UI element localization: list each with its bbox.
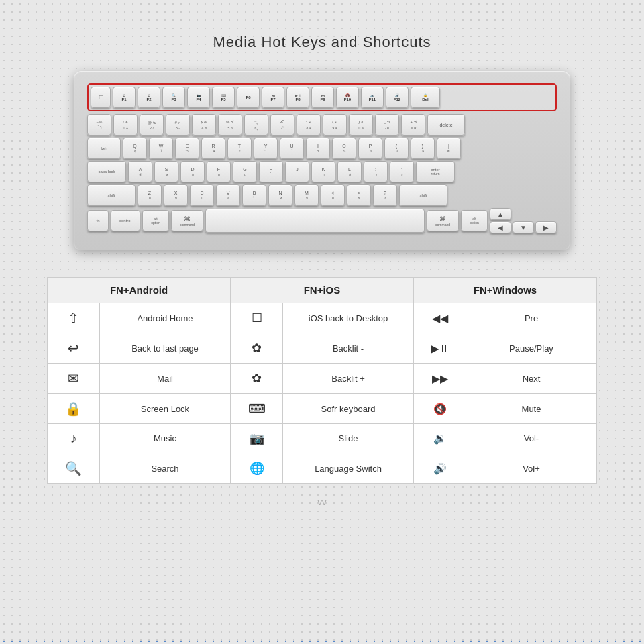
windows-icon-cell: 🔇	[414, 394, 466, 424]
key-f4[interactable]: 📷F4	[187, 87, 210, 108]
key-esc[interactable]: ☐	[91, 87, 111, 108]
key-y[interactable]: Yั	[254, 138, 278, 159]
key-2[interactable]: @ ๒2 /	[140, 114, 164, 136]
key-f[interactable]: Fด	[207, 161, 231, 182]
key-minus[interactable]: _ ข- ข	[375, 114, 399, 136]
key-r[interactable]: Rพ	[201, 138, 225, 159]
key-x[interactable]: Xป	[164, 184, 188, 206]
key-fn[interactable]: fn	[87, 210, 109, 231]
shortcut-section: FN+Android FN+iOS FN+Windows ⇧Android Ho…	[47, 277, 597, 484]
key-f2[interactable]: ✿F2	[138, 87, 160, 108]
windows-icon-cell: 🔊	[414, 453, 466, 484]
key-f11[interactable]: 🔉F11	[361, 87, 384, 108]
key-comma[interactable]: <ฝ	[321, 184, 345, 206]
key-4[interactable]: $ ๔4 ภ	[192, 114, 216, 136]
key-semicolon[interactable]: :ว	[364, 161, 388, 182]
key-c[interactable]: Cแ	[190, 184, 214, 206]
key-shift-left[interactable]: shift	[87, 184, 136, 206]
key-ctrl[interactable]: control	[111, 210, 140, 231]
key-n[interactable]: Nท	[268, 184, 292, 206]
key-del[interactable]: 🔒Del	[411, 87, 440, 108]
key-arrow-up[interactable]: ▲	[490, 208, 511, 220]
key-backslash[interactable]: |ฃ	[437, 138, 461, 159]
key-6[interactable]: ^ ุ6 ุ	[244, 114, 268, 136]
key-p[interactable]: Pย	[358, 138, 382, 159]
key-f8[interactable]: ▶⏸F8	[286, 87, 309, 108]
keyboard: ☐ ✿F1 ✿F2 🔍F3 📷F4 ⌨F5 F6 ⏮F7 ▶⏸F8 ⏭F9 🔇F…	[74, 71, 570, 250]
key-f1[interactable]: ✿F1	[113, 87, 136, 108]
key-backspace[interactable]: delete	[427, 114, 465, 136]
key-3[interactable]: # ๓3 -	[166, 114, 190, 136]
key-slash[interactable]: ?ฦ	[373, 184, 397, 206]
key-l[interactable]: Lส	[337, 161, 362, 182]
key-i[interactable]: Iร	[306, 138, 330, 159]
key-caps[interactable]: caps lock	[87, 161, 126, 182]
key-a[interactable]: Aฟ	[128, 161, 152, 182]
key-q[interactable]: Qๆ	[123, 138, 147, 159]
key-f5[interactable]: ⌨F5	[212, 87, 235, 108]
header-ios: FN+iOS	[231, 278, 414, 303]
key-w[interactable]: Wไ	[149, 138, 173, 159]
key-m[interactable]: Mม	[294, 184, 319, 206]
key-b[interactable]: Bิ	[242, 184, 266, 206]
key-t[interactable]: Tะ	[227, 138, 252, 159]
key-option-left[interactable]: altoption	[142, 210, 169, 231]
key-o[interactable]: Oน	[332, 138, 356, 159]
ios-label-cell: Backlit -	[283, 333, 414, 364]
zxcv-row: shift Zผ Xป Cแ Vอ Bิ Nท Mม <ฝ >ฬ ?ฦ shif…	[87, 184, 557, 206]
table-row: ⇧Android Home☐iOS back to Desktop◀◀Pre	[48, 303, 597, 333]
key-arrow-left[interactable]: ◀	[490, 221, 511, 233]
key-arrow-right[interactable]: ▶	[535, 221, 557, 233]
key-k[interactable]: Kา	[311, 161, 335, 182]
android-icon-cell: 🔒	[48, 394, 100, 424]
key-arrow-down[interactable]: ▼	[513, 221, 534, 233]
key-period[interactable]: >ฬ	[347, 184, 371, 206]
key-1[interactable]: ! ๑1 ๑	[113, 114, 138, 136]
ios-label-cell: Backlit +	[283, 364, 414, 394]
key-quote[interactable]: "ง	[390, 161, 414, 182]
key-8[interactable]: * ค8 ค	[297, 114, 321, 136]
key-f6[interactable]: F6	[237, 87, 260, 108]
key-tab[interactable]: tab	[87, 138, 121, 159]
keyboard-container: ☐ ✿F1 ✿F2 🔍F3 📷F4 ⌨F5 F6 ⏮F7 ▶⏸F8 ⏭F9 🔇F…	[0, 71, 644, 250]
key-h[interactable]: H้	[259, 161, 283, 182]
key-space[interactable]	[205, 209, 425, 233]
key-e[interactable]: Eำ	[175, 138, 199, 159]
key-f7[interactable]: ⏮F7	[262, 87, 284, 108]
android-label-cell: Music	[100, 424, 231, 453]
asdf-row: caps lock Aฟ Sห Dก Fด Gเ H้ J่ Kา Lส :ว …	[87, 161, 557, 182]
android-label-cell: Back to last page	[100, 333, 231, 364]
key-7[interactable]: & ึ7 ึ	[270, 114, 294, 136]
key-9[interactable]: ( ต9 ต	[323, 114, 347, 136]
key-z[interactable]: Zผ	[138, 184, 162, 206]
vv-label: vv	[0, 497, 644, 507]
key-cmd-right[interactable]: ⌘command	[427, 210, 459, 231]
key-f10[interactable]: 🔇F10	[336, 87, 359, 108]
key-d[interactable]: Dก	[180, 161, 205, 182]
ios-label-cell: iOS back to Desktop	[283, 303, 414, 333]
key-f3[interactable]: 🔍F3	[162, 87, 185, 108]
key-g[interactable]: Gเ	[233, 161, 257, 182]
table-row: 🔒Screen Lock⌨Sofr keyboard🔇Mute	[48, 394, 597, 424]
key-lbracket[interactable]: {บ	[384, 138, 409, 159]
key-f9[interactable]: ⏭F9	[311, 87, 334, 108]
key-0[interactable]: ) จ0 จ	[349, 114, 373, 136]
key-cmd-left[interactable]: ⌘command	[171, 210, 203, 231]
key-f12[interactable]: 🔊F12	[386, 87, 409, 108]
key-shift-right[interactable]: shift	[399, 184, 447, 206]
arrow-cluster: ▲ ◀ ▼ ▶	[490, 208, 557, 233]
key-rbracket[interactable]: }ล	[411, 138, 435, 159]
android-icon-cell: ↩	[48, 333, 100, 364]
windows-label-cell: Vol-	[466, 424, 597, 453]
windows-icon-cell: 🔉	[414, 424, 466, 453]
ios-icon-cell: ✿	[231, 333, 283, 364]
key-j[interactable]: J่	[285, 161, 309, 182]
key-v[interactable]: Vอ	[216, 184, 240, 206]
key-enter[interactable]: enterreturn	[416, 161, 455, 182]
key-u[interactable]: Uี	[280, 138, 304, 159]
key-5[interactable]: % ๕5 ถ	[218, 114, 242, 136]
key-tilde[interactable]: ~%` ๅ	[87, 114, 111, 136]
key-equal[interactable]: + ช= ช	[401, 114, 425, 136]
key-option-right[interactable]: altoption	[461, 210, 488, 231]
key-s[interactable]: Sห	[154, 161, 178, 182]
